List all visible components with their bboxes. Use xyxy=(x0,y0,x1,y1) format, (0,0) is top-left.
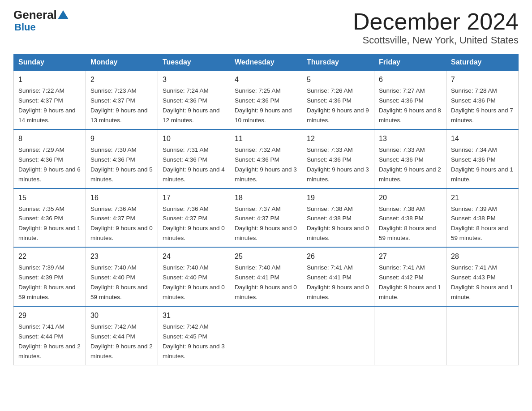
day-cell: 23Sunrise: 7:40 AMSunset: 4:40 PMDayligh… xyxy=(86,247,158,306)
calendar-table: SundayMondayTuesdayWednesdayThursdayFrid… xyxy=(13,54,519,365)
day-info: Sunrise: 7:33 AMSunset: 4:36 PMDaylight:… xyxy=(379,146,441,183)
day-cell: 24Sunrise: 7:40 AMSunset: 4:40 PMDayligh… xyxy=(158,247,230,306)
day-info: Sunrise: 7:39 AMSunset: 4:38 PMDaylight:… xyxy=(451,206,508,242)
column-header-friday: Friday xyxy=(374,55,446,71)
week-row-3: 15Sunrise: 7:35 AMSunset: 4:36 PMDayligh… xyxy=(14,188,519,248)
day-info: Sunrise: 7:36 AMSunset: 4:37 PMDaylight:… xyxy=(163,206,225,242)
title-section: December 2024 Scottsville, New York, Uni… xyxy=(353,9,519,46)
day-cell xyxy=(446,306,519,365)
day-number: 7 xyxy=(451,74,514,85)
week-row-2: 8Sunrise: 7:29 AMSunset: 4:36 PMDaylight… xyxy=(14,129,519,188)
day-number: 22 xyxy=(18,251,81,262)
day-number: 12 xyxy=(307,133,369,144)
day-cell: 7Sunrise: 7:28 AMSunset: 4:36 PMDaylight… xyxy=(446,70,519,129)
day-info: Sunrise: 7:41 AMSunset: 4:43 PMDaylight:… xyxy=(451,264,513,300)
day-number: 13 xyxy=(379,133,442,144)
day-cell: 16Sunrise: 7:36 AMSunset: 4:37 PMDayligh… xyxy=(86,188,158,248)
day-info: Sunrise: 7:36 AMSunset: 4:37 PMDaylight:… xyxy=(90,206,153,242)
day-number: 19 xyxy=(307,193,369,203)
day-number: 2 xyxy=(90,74,153,85)
column-header-sunday: Sunday xyxy=(14,55,86,71)
day-cell: 30Sunrise: 7:42 AMSunset: 4:44 PMDayligh… xyxy=(86,306,158,365)
day-info: Sunrise: 7:39 AMSunset: 4:39 PMDaylight:… xyxy=(18,264,76,300)
main-title: December 2024 xyxy=(353,9,519,34)
day-info: Sunrise: 7:41 AMSunset: 4:41 PMDaylight:… xyxy=(307,264,369,300)
day-cell: 22Sunrise: 7:39 AMSunset: 4:39 PMDayligh… xyxy=(14,247,86,306)
day-cell: 12Sunrise: 7:33 AMSunset: 4:36 PMDayligh… xyxy=(302,129,374,188)
day-cell: 25Sunrise: 7:40 AMSunset: 4:41 PMDayligh… xyxy=(230,247,302,306)
day-number: 30 xyxy=(90,310,153,321)
day-info: Sunrise: 7:34 AMSunset: 4:36 PMDaylight:… xyxy=(451,146,513,183)
day-info: Sunrise: 7:33 AMSunset: 4:36 PMDaylight:… xyxy=(307,146,369,183)
day-cell: 14Sunrise: 7:34 AMSunset: 4:36 PMDayligh… xyxy=(446,129,519,188)
day-info: Sunrise: 7:41 AMSunset: 4:44 PMDaylight:… xyxy=(18,323,81,360)
day-number: 28 xyxy=(451,251,514,262)
day-number: 27 xyxy=(379,251,442,262)
day-cell: 13Sunrise: 7:33 AMSunset: 4:36 PMDayligh… xyxy=(374,129,446,188)
page-header: General Blue December 2024 Scottsville, … xyxy=(13,9,519,46)
column-header-saturday: Saturday xyxy=(446,55,519,71)
day-cell: 9Sunrise: 7:30 AMSunset: 4:36 PMDaylight… xyxy=(86,129,158,188)
day-cell: 5Sunrise: 7:26 AMSunset: 4:36 PMDaylight… xyxy=(302,70,374,129)
day-number: 31 xyxy=(163,310,225,321)
day-number: 10 xyxy=(163,133,225,144)
day-cell xyxy=(230,306,302,365)
day-info: Sunrise: 7:23 AMSunset: 4:37 PMDaylight:… xyxy=(90,87,148,124)
day-info: Sunrise: 7:38 AMSunset: 4:38 PMDaylight:… xyxy=(379,206,436,242)
calendar-header-row: SundayMondayTuesdayWednesdayThursdayFrid… xyxy=(14,55,519,71)
day-number: 1 xyxy=(18,74,81,85)
day-number: 20 xyxy=(379,193,442,203)
day-number: 26 xyxy=(307,251,369,262)
day-info: Sunrise: 7:35 AMSunset: 4:36 PMDaylight:… xyxy=(18,206,81,242)
day-info: Sunrise: 7:37 AMSunset: 4:37 PMDaylight:… xyxy=(235,206,297,242)
day-cell: 26Sunrise: 7:41 AMSunset: 4:41 PMDayligh… xyxy=(302,247,374,306)
day-info: Sunrise: 7:42 AMSunset: 4:45 PMDaylight:… xyxy=(163,323,225,360)
day-info: Sunrise: 7:24 AMSunset: 4:36 PMDaylight:… xyxy=(163,87,220,124)
day-info: Sunrise: 7:40 AMSunset: 4:40 PMDaylight:… xyxy=(90,264,148,300)
day-cell: 17Sunrise: 7:36 AMSunset: 4:37 PMDayligh… xyxy=(158,188,230,248)
day-number: 29 xyxy=(18,310,81,321)
day-cell: 10Sunrise: 7:31 AMSunset: 4:36 PMDayligh… xyxy=(158,129,230,188)
day-number: 24 xyxy=(163,251,225,262)
day-number: 25 xyxy=(235,251,297,262)
week-row-1: 1Sunrise: 7:22 AMSunset: 4:37 PMDaylight… xyxy=(14,70,519,129)
day-number: 4 xyxy=(235,74,297,85)
day-info: Sunrise: 7:28 AMSunset: 4:36 PMDaylight:… xyxy=(451,87,513,124)
day-cell: 4Sunrise: 7:25 AMSunset: 4:36 PMDaylight… xyxy=(230,70,302,129)
day-number: 21 xyxy=(451,193,514,203)
day-cell: 6Sunrise: 7:27 AMSunset: 4:36 PMDaylight… xyxy=(374,70,446,129)
day-info: Sunrise: 7:31 AMSunset: 4:36 PMDaylight:… xyxy=(163,146,225,183)
day-cell xyxy=(374,306,446,365)
location-subtitle: Scottsville, New York, United States xyxy=(353,34,519,46)
day-info: Sunrise: 7:29 AMSunset: 4:36 PMDaylight:… xyxy=(18,146,81,183)
day-number: 9 xyxy=(90,133,153,144)
day-number: 15 xyxy=(18,193,81,203)
day-cell xyxy=(302,306,374,365)
column-header-wednesday: Wednesday xyxy=(230,55,302,71)
day-info: Sunrise: 7:30 AMSunset: 4:36 PMDaylight:… xyxy=(90,146,153,183)
day-number: 11 xyxy=(235,133,297,144)
day-cell: 2Sunrise: 7:23 AMSunset: 4:37 PMDaylight… xyxy=(86,70,158,129)
logo-general-text: General xyxy=(13,9,57,21)
day-cell: 28Sunrise: 7:41 AMSunset: 4:43 PMDayligh… xyxy=(446,247,519,306)
day-cell: 21Sunrise: 7:39 AMSunset: 4:38 PMDayligh… xyxy=(446,188,519,248)
day-info: Sunrise: 7:22 AMSunset: 4:37 PMDaylight:… xyxy=(18,87,76,124)
day-number: 18 xyxy=(235,193,297,203)
day-number: 8 xyxy=(18,133,81,144)
logo-blue-text: Blue xyxy=(14,21,36,33)
week-row-4: 22Sunrise: 7:39 AMSunset: 4:39 PMDayligh… xyxy=(14,247,519,306)
day-info: Sunrise: 7:38 AMSunset: 4:38 PMDaylight:… xyxy=(307,206,369,242)
week-row-5: 29Sunrise: 7:41 AMSunset: 4:44 PMDayligh… xyxy=(14,306,519,365)
day-info: Sunrise: 7:40 AMSunset: 4:40 PMDaylight:… xyxy=(163,264,225,300)
day-number: 17 xyxy=(163,193,225,203)
day-cell: 31Sunrise: 7:42 AMSunset: 4:45 PMDayligh… xyxy=(158,306,230,365)
day-number: 16 xyxy=(90,193,153,203)
day-number: 6 xyxy=(379,74,442,85)
day-number: 5 xyxy=(307,74,369,85)
logo-triangle-icon xyxy=(58,10,69,19)
day-info: Sunrise: 7:25 AMSunset: 4:36 PMDaylight:… xyxy=(235,87,292,124)
logo: General Blue xyxy=(13,9,69,33)
day-cell: 20Sunrise: 7:38 AMSunset: 4:38 PMDayligh… xyxy=(374,188,446,248)
column-header-tuesday: Tuesday xyxy=(158,55,230,71)
day-cell: 27Sunrise: 7:41 AMSunset: 4:42 PMDayligh… xyxy=(374,247,446,306)
